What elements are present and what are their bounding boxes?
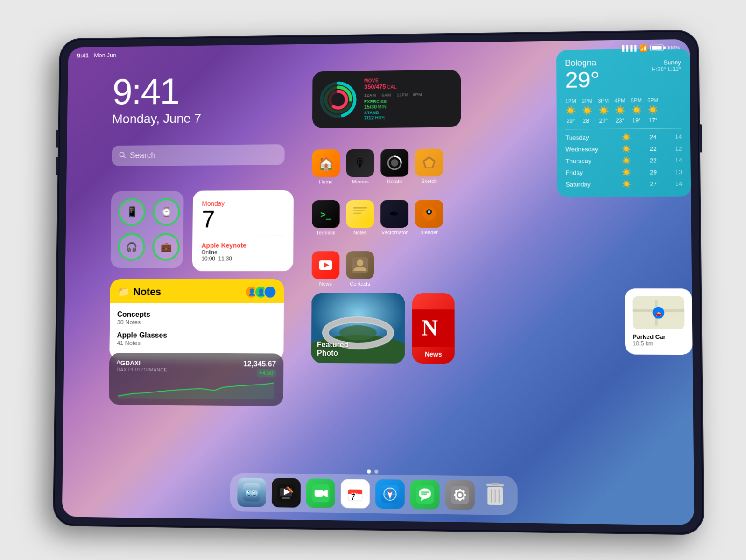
app-memos-icon[interactable]: 🎙 bbox=[346, 149, 374, 177]
dock-facetime-icon[interactable] bbox=[306, 478, 335, 508]
app-notes-label: Notes bbox=[353, 230, 367, 235]
app-rotato-wrapper[interactable]: Rotato bbox=[380, 149, 408, 184]
power-button[interactable] bbox=[699, 124, 702, 152]
clock-time: 9:41 bbox=[112, 73, 202, 110]
svg-point-27 bbox=[339, 325, 377, 340]
svg-point-14 bbox=[428, 210, 430, 213]
notes-avatars: 👤 👤 👤 bbox=[245, 286, 276, 299]
forecast-friday: Friday ☀️ 29 13 bbox=[566, 168, 683, 177]
calendar-widget: Monday 7 Apple Keynote Online 10:00–11:3… bbox=[192, 190, 294, 272]
app-vect-icon[interactable]: ✒ bbox=[380, 200, 408, 228]
move-value: 350/475 bbox=[364, 83, 386, 90]
news-widget-label: News bbox=[425, 350, 442, 358]
app-sketch-icon[interactable] bbox=[415, 148, 443, 176]
hour-3: 3PM ☀️ 27° bbox=[598, 98, 609, 124]
device-watch: ⌚ bbox=[153, 198, 180, 226]
weather-city: Bologna bbox=[565, 58, 599, 68]
weather-widget: Bologna 29° Sunny H:30° L:13° 1PM ☀️ 29° bbox=[556, 49, 691, 197]
svg-rect-73 bbox=[454, 494, 456, 496]
dock-messages-icon[interactable] bbox=[410, 480, 440, 510]
weather-temp: 29° bbox=[565, 68, 599, 92]
dock-calendar-icon[interactable]: JUN 7 bbox=[341, 479, 370, 509]
app-home-icon[interactable]: 🏠 bbox=[312, 149, 340, 177]
devices-widget: 📱 ⌚ 🎧 💼 bbox=[111, 191, 184, 268]
stock-widget: ^GDAXI DAX PERFORMANCE 12,345.67 +4.50 bbox=[109, 353, 283, 406]
sun-icon-5: ☀️ bbox=[631, 105, 642, 115]
wifi-icon: 📶 bbox=[640, 44, 647, 52]
app-sketch-label: Sketch bbox=[421, 178, 437, 184]
parked-car-widget: 🚗 Parked Car 10.5 km bbox=[625, 288, 693, 355]
svg-rect-45 bbox=[282, 497, 290, 499]
weather-hourly: 1PM ☀️ 29° 2PM ☀️ 28° 3PM ☀️ 27° 4PM ☀️ bbox=[565, 97, 682, 129]
stock-ticker: ^GDAXI bbox=[117, 359, 168, 367]
dock-facetime-wrapper[interactable] bbox=[306, 478, 335, 508]
search-input[interactable]: Search bbox=[130, 151, 155, 161]
page-dot-2 bbox=[374, 470, 378, 474]
notes-item-title-0: Concepts bbox=[117, 310, 276, 319]
app-news-icon[interactable] bbox=[312, 251, 340, 279]
parked-car-map: 🚗 bbox=[632, 296, 684, 329]
dock-finder-icon[interactable] bbox=[237, 478, 266, 507]
time-labels: 12AM 6AM 12PM 6PM bbox=[364, 92, 453, 98]
app-terminal-icon[interactable]: >_ bbox=[312, 200, 340, 228]
app-notes-wrapper[interactable]: Notes bbox=[346, 200, 374, 236]
calendar-event-time: 10:00–11:30 bbox=[201, 255, 284, 262]
app-contacts-icon[interactable] bbox=[346, 251, 374, 279]
app-home-wrapper[interactable]: 🏠 Home bbox=[312, 149, 340, 184]
hour-2: 2PM ☀️ 28° bbox=[582, 98, 592, 124]
dock-trash-wrapper[interactable] bbox=[480, 480, 510, 510]
sun-icon-3: ☀️ bbox=[598, 105, 609, 116]
forecast-sun-3: ☀️ bbox=[622, 156, 632, 165]
hour-5: 5PM ☀️ 19° bbox=[631, 98, 642, 124]
notes-header: 📁 Notes 👤 👤 👤 bbox=[110, 279, 284, 303]
dock-finder-wrapper[interactable] bbox=[237, 478, 266, 507]
app-blender-icon[interactable] bbox=[415, 200, 443, 228]
svg-rect-71 bbox=[459, 489, 461, 491]
clock-widget: 9:41 Monday, June 7 bbox=[112, 73, 202, 126]
device-briefcase: 💼 bbox=[152, 233, 180, 260]
dock-settings-icon[interactable] bbox=[445, 480, 475, 510]
search-bar[interactable]: Search bbox=[112, 144, 285, 166]
weather-condition: Sunny bbox=[652, 59, 681, 66]
calendar-event-location: Online bbox=[202, 249, 284, 255]
ipad-screen: 9:41 Mon Jun ▐▐▐▐ 📶 100% 9:41 Monday, Ju… bbox=[62, 39, 695, 525]
dock-messages-wrapper[interactable] bbox=[410, 480, 440, 510]
volume-up-button[interactable] bbox=[56, 130, 58, 148]
app-blender-wrapper[interactable]: Blender bbox=[415, 200, 443, 235]
app-memos-wrapper[interactable]: 🎙 Memos bbox=[346, 149, 374, 185]
svg-rect-49 bbox=[315, 490, 323, 497]
app-contacts-wrapper[interactable]: Contacts bbox=[346, 251, 374, 287]
app-vect-label: Vectornator bbox=[381, 230, 408, 235]
svg-line-1 bbox=[124, 156, 125, 157]
app-vect-wrapper[interactable]: ✒ Vectornator bbox=[380, 200, 408, 235]
svg-rect-72 bbox=[459, 499, 461, 501]
parked-car-title: Parked Car bbox=[633, 333, 685, 341]
app-rotato-icon[interactable] bbox=[380, 149, 408, 177]
notes-item-title-1: Apple Glasses bbox=[117, 331, 276, 340]
app-memos-label: Memos bbox=[352, 179, 369, 184]
app-notes-icon[interactable] bbox=[346, 200, 374, 228]
dock-safari-wrapper[interactable] bbox=[375, 479, 405, 509]
notes-body: Concepts 30 Notes Apple Glasses 41 Notes bbox=[109, 303, 284, 360]
parked-car-distance: 10.5 km bbox=[633, 340, 685, 347]
dock-settings-wrapper[interactable] bbox=[445, 480, 475, 510]
app-news-wrapper[interactable]: News bbox=[312, 251, 340, 287]
app-sketch-wrapper[interactable]: Sketch bbox=[415, 148, 443, 184]
forecast-sun-2: ☀️ bbox=[622, 144, 632, 153]
clock-date: Monday, June 7 bbox=[112, 111, 201, 126]
dock-safari-icon[interactable] bbox=[375, 479, 405, 509]
dock-fcp-wrapper[interactable] bbox=[272, 478, 301, 507]
status-icons: ▐▐▐▐ 📶 100% bbox=[620, 44, 680, 53]
dock-calendar-wrapper[interactable]: JUN 7 bbox=[341, 479, 370, 509]
app-row-2: >_ Terminal Notes ✒ Vectornator bbox=[312, 200, 443, 236]
sun-icon-2: ☀️ bbox=[582, 105, 592, 116]
dock: JUN 7 bbox=[230, 473, 518, 515]
volume-down-button[interactable] bbox=[56, 157, 58, 175]
status-time: 9:41 Mon Jun bbox=[77, 51, 116, 59]
page-dots bbox=[367, 469, 378, 473]
dock-fcp-icon[interactable] bbox=[272, 478, 301, 507]
app-terminal-wrapper[interactable]: >_ Terminal bbox=[312, 200, 340, 236]
dock-trash-icon[interactable] bbox=[480, 480, 510, 510]
app-news-label: News bbox=[319, 281, 332, 287]
app-rotato-label: Rotato bbox=[387, 179, 402, 184]
